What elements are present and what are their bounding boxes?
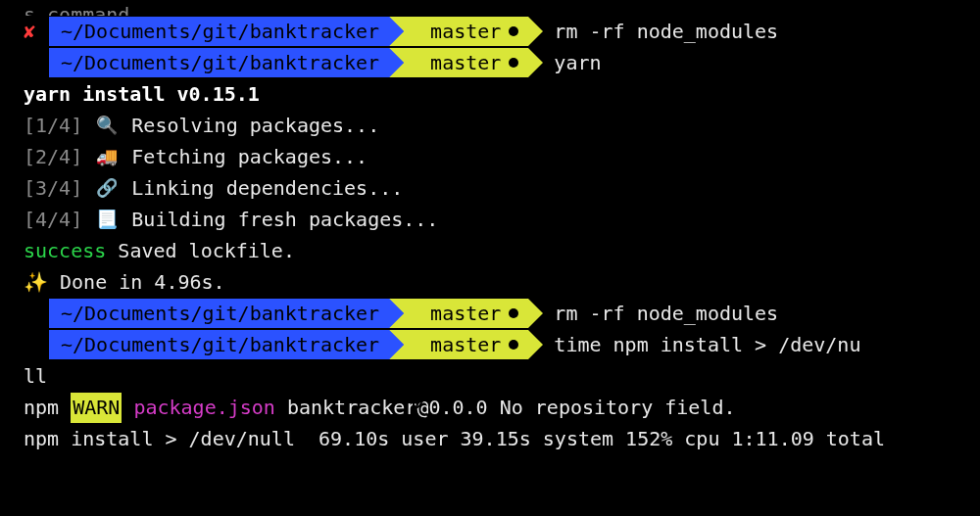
prompt-path-segment: ~/Documents/git/banktracker: [49, 17, 389, 46]
svg-point-3: [412, 116, 416, 119]
prompt-path-segment: ~/Documents/git/banktracker: [49, 48, 389, 77]
command-text: yarn: [554, 48, 601, 78]
command-text: time npm install > /dev/nu: [554, 330, 860, 360]
prompt-line-1: ✘ ~/Documents/git/banktracker master rm …: [0, 16, 980, 47]
page-icon: 📃: [94, 206, 120, 233]
prompt-path-segment: ~/Documents/git/banktracker: [49, 330, 389, 359]
svg-point-9: [412, 398, 416, 401]
partial-previous-line: s command.: [0, 0, 980, 16]
prompt-path-segment: ~/Documents/git/banktracker: [49, 299, 389, 328]
yarn-step-2: [2/4] 🚚 Fetching packages...: [0, 141, 980, 172]
prompt-branch-segment: master: [389, 330, 528, 359]
git-branch-icon: [411, 23, 424, 40]
truck-icon: 🚚: [94, 143, 120, 170]
sparkles-icon: ✨: [24, 267, 48, 298]
link-icon: 🔗: [94, 174, 120, 202]
svg-point-10: [419, 398, 423, 401]
npm-time-line: npm install > /dev/null 69.10s user 39.1…: [0, 423, 980, 454]
npm-warn-line: npm WARN package.json banktracker@0.0.0 …: [0, 392, 980, 423]
prompt-line-4: ~/Documents/git/banktracker master time …: [0, 329, 980, 360]
yarn-done: ✨ Done in 4.96s.: [0, 266, 980, 298]
branch-name: master: [430, 48, 501, 78]
branch-name: master: [430, 17, 501, 47]
yarn-success: success Saved lockfile.: [0, 235, 980, 266]
prompt-branch-segment: master: [389, 299, 528, 328]
branch-name: master: [430, 299, 501, 329]
git-branch-icon: [411, 305, 424, 322]
prompt-branch-segment: master: [389, 17, 528, 46]
command-text: rm -rf node_modules: [554, 299, 778, 329]
git-branch-icon: [411, 336, 424, 353]
command-text: rm -rf node_modules: [554, 17, 778, 47]
prompt-line-3: ~/Documents/git/banktracker master rm -r…: [0, 298, 980, 329]
yarn-step-4: [4/4] 📃 Building fresh packages...: [0, 204, 980, 235]
dirty-indicator-icon: [509, 308, 518, 318]
svg-point-4: [419, 116, 423, 119]
svg-point-11: [412, 409, 416, 413]
branch-name: master: [430, 330, 501, 360]
status-error-icon: ✘: [24, 17, 49, 47]
prompt-branch-segment: master: [389, 48, 528, 77]
yarn-step-1: [1/4] 🔍 Resolving packages...: [0, 110, 980, 141]
dirty-indicator-icon: [509, 26, 518, 36]
warn-badge: WARN: [71, 393, 122, 423]
yarn-step-3: [3/4] 🔗 Linking dependencies...: [0, 172, 980, 204]
prompt-line-2: ~/Documents/git/banktracker master yarn: [0, 47, 980, 78]
magnifier-icon: 🔍: [94, 112, 120, 139]
svg-point-5: [412, 127, 416, 131]
dirty-indicator-icon: [509, 58, 518, 68]
git-branch-icon: [411, 54, 424, 71]
dirty-indicator-icon: [509, 340, 518, 350]
